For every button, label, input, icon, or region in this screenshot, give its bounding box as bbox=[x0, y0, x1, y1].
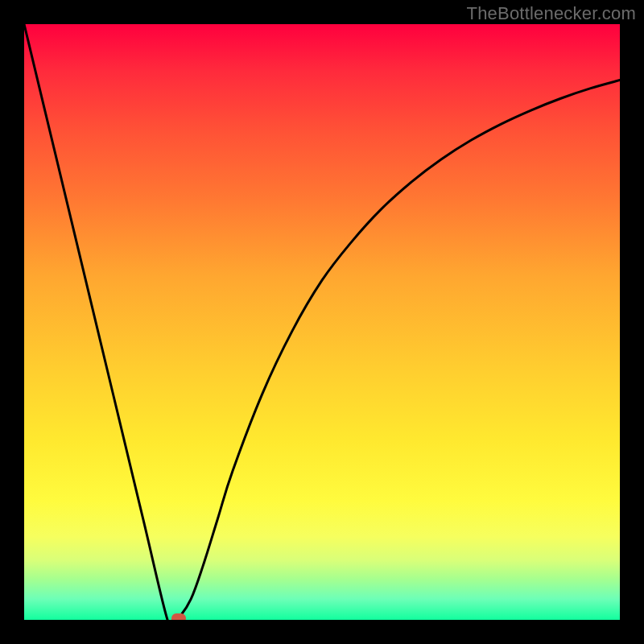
chart-frame: TheBottlenecker.com bbox=[0, 0, 644, 644]
curve-svg bbox=[24, 24, 620, 620]
bottleneck-curve-path bbox=[24, 24, 620, 620]
minimum-marker bbox=[171, 613, 186, 620]
plot-area bbox=[24, 24, 620, 620]
watermark-text: TheBottlenecker.com bbox=[467, 3, 636, 24]
